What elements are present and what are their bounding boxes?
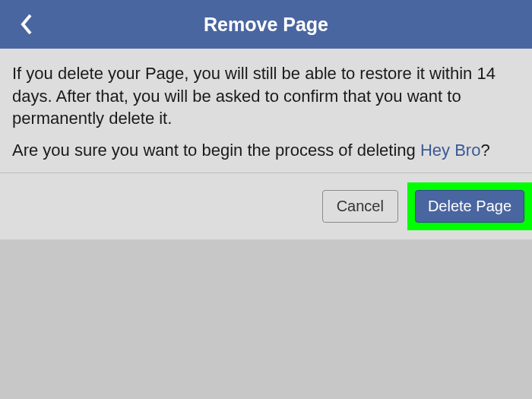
highlight-box: Delete Page bbox=[407, 182, 532, 230]
back-button[interactable] bbox=[15, 9, 38, 40]
chevron-left-icon bbox=[21, 14, 33, 35]
page-title: Remove Page bbox=[0, 14, 532, 36]
button-row: Cancel Delete Page bbox=[0, 173, 532, 239]
confirm-prefix: Are you sure you want to begin the proce… bbox=[12, 141, 420, 160]
cancel-button[interactable]: Cancel bbox=[322, 190, 398, 223]
confirm-question: Are you sure you want to begin the proce… bbox=[12, 139, 520, 162]
content-area: If you delete your Page, you will still … bbox=[0, 49, 532, 173]
empty-area bbox=[0, 239, 532, 399]
page-name-link[interactable]: Hey Bro bbox=[420, 141, 480, 160]
header-bar: Remove Page bbox=[0, 0, 532, 49]
confirm-suffix: ? bbox=[480, 141, 489, 160]
delete-page-button[interactable]: Delete Page bbox=[415, 190, 524, 223]
deletion-notice: If you delete your Page, you will still … bbox=[12, 62, 520, 130]
